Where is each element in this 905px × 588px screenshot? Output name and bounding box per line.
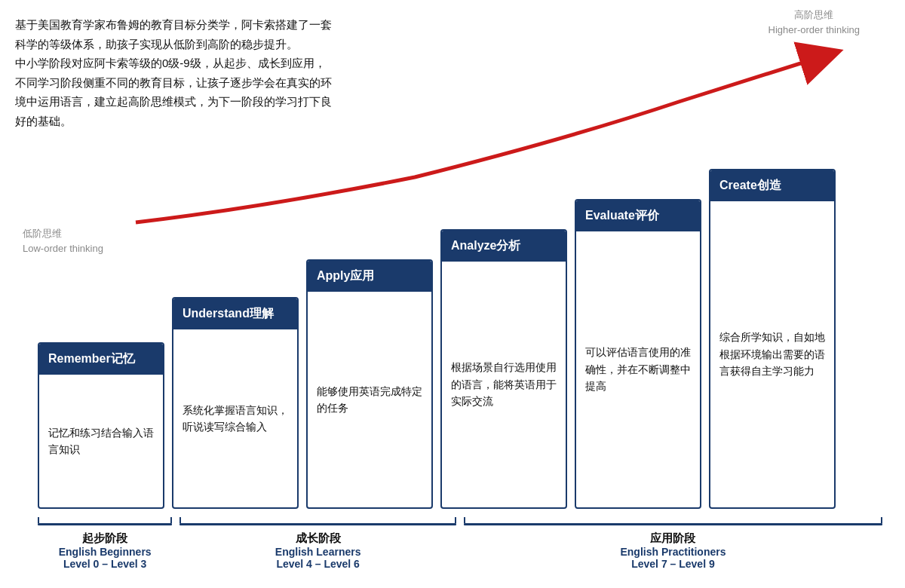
bracket-en-2: English Practitioners [620, 546, 726, 558]
column-wrapper-3: Analyze分析根据场景自行选用使用的语言，能将英语用于实际交流 [440, 229, 567, 509]
col-block-3: Analyze分析根据场景自行选用使用的语言，能将英语用于实际交流 [440, 229, 567, 509]
col-header-4: Evaluate评价 [576, 201, 700, 231]
column-wrapper-4: Evaluate评价可以评估语言使用的准确性，并在不断调整中提高 [575, 199, 701, 509]
column-wrapper-2: Apply应用能够使用英语完成特定的任务 [306, 259, 433, 509]
column-wrapper-0: Remember记忆记忆和练习结合输入语言知识 [38, 342, 164, 509]
col-body-5: 综合所学知识，自如地根据环境输出需要的语言获得自主学习能力 [710, 201, 834, 507]
bracket-level-0: Level 0 – Level 3 [59, 558, 152, 570]
bracket-group-2: 应用阶段English PractitionersLevel 7 – Level… [464, 513, 882, 570]
col-body-4: 可以评估语言使用的准确性，并在不断调整中提高 [576, 231, 700, 507]
col-header-5: Create创造 [710, 170, 834, 201]
col-body-1: 系统化掌握语言知识，听说读写综合输入 [173, 329, 297, 507]
bracket-group-0: 起步阶段English BeginnersLevel 0 – Level 3 [38, 513, 172, 570]
bottom-container: 起步阶段English BeginnersLevel 0 – Level 3成长… [38, 513, 882, 588]
col-body-3: 根据场景自行选用使用的语言，能将英语用于实际交流 [442, 262, 566, 507]
column-wrapper-5: Create创造综合所学知识，自如地根据环境输出需要的语言获得自主学习能力 [709, 169, 836, 509]
col-body-2: 能够使用英语完成特定的任务 [308, 292, 431, 507]
bracket-cn-1: 成长阶段 [275, 531, 361, 546]
col-block-0: Remember记忆记忆和练习结合输入语言知识 [38, 342, 164, 509]
high-order-en: Higher-order thinking [768, 23, 860, 38]
bracket-level-1: Level 4 – Level 6 [275, 558, 361, 570]
bracket-en-1: English Learners [275, 546, 361, 558]
high-order-label: 高阶思维 Higher-order thinking [768, 8, 860, 37]
col-body-0: 记忆和练习结合输入语言知识 [39, 375, 163, 507]
col-block-5: Create创造综合所学知识，自如地根据环境输出需要的语言获得自主学习能力 [709, 169, 836, 509]
bracket-cn-2: 应用阶段 [620, 531, 726, 546]
col-block-2: Apply应用能够使用英语完成特定的任务 [306, 259, 433, 509]
intro-paragraph: 基于美国教育学家布鲁姆的教育目标分类学，阿卡索搭建了一套科学的等级体系，助孩子实… [15, 18, 332, 127]
col-header-0: Remember记忆 [39, 344, 163, 375]
bracket-group-1: 成长阶段English LearnersLevel 4 – Level 6 [179, 513, 456, 570]
col-block-1: Understand理解系统化掌握语言知识，听说读写综合输入 [172, 297, 299, 509]
bracket-cn-0: 起步阶段 [59, 531, 152, 546]
bracket-level-2: Level 7 – Level 9 [620, 558, 726, 570]
columns-container: Remember记忆记忆和练习结合输入语言知识Understand理解系统化掌握… [38, 169, 882, 509]
col-header-2: Apply应用 [308, 261, 431, 292]
col-header-3: Analyze分析 [442, 231, 566, 262]
high-order-cn: 高阶思维 [768, 8, 860, 23]
column-wrapper-1: Understand理解系统化掌握语言知识，听说读写综合输入 [172, 297, 299, 509]
bracket-en-0: English Beginners [59, 546, 152, 558]
intro-text: 基于美国教育学家布鲁姆的教育目标分类学，阿卡索搭建了一套科学的等级体系，助孩子实… [15, 15, 332, 130]
col-header-1: Understand理解 [173, 299, 297, 329]
col-block-4: Evaluate评价可以评估语言使用的准确性，并在不断调整中提高 [575, 199, 701, 509]
